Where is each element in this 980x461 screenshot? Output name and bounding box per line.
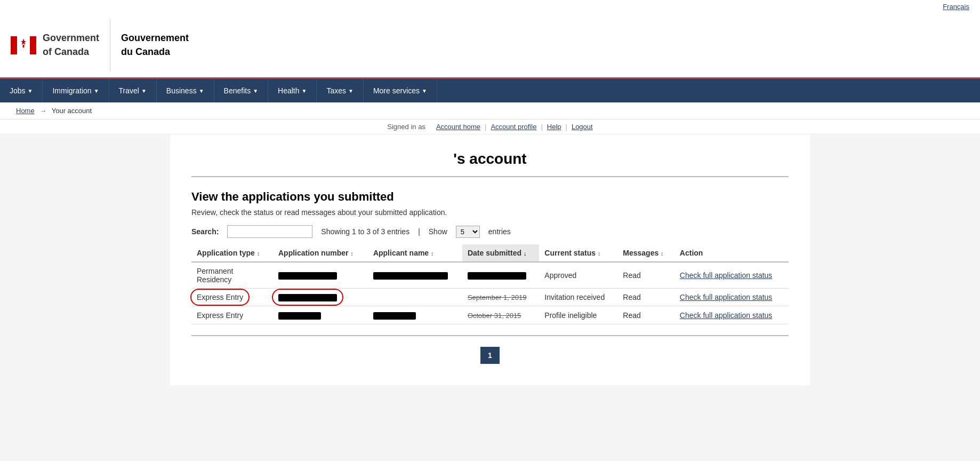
table-bottom-separator	[191, 335, 789, 336]
sort-app-type-icon: ↕	[257, 250, 260, 257]
col-action: Action	[674, 244, 789, 262]
cell-date-submitted	[462, 262, 539, 289]
redacted-date	[468, 272, 526, 280]
redacted-name-3	[373, 312, 416, 320]
account-bar: Signed in as Account home | Account prof…	[0, 120, 980, 134]
canada-flag	[11, 36, 36, 54]
account-profile-link[interactable]: Account profile	[491, 123, 536, 131]
account-links: Account home | Account profile | Help | …	[436, 123, 593, 131]
cell-status-3: Profile ineligible	[539, 306, 617, 324]
check-status-link-1[interactable]: Check full application status	[680, 271, 773, 280]
check-status-link-2[interactable]: Check full application status	[680, 293, 773, 301]
cell-messages-3: Read	[617, 306, 674, 324]
nav-item-health[interactable]: Health ▼	[268, 79, 317, 102]
show-entries-label: Show	[429, 227, 447, 236]
main-nav: Jobs ▼ Immigration ▼ Travel ▼ Business ▼…	[0, 79, 980, 102]
date-strikethrough-3: October 31, 2015	[468, 312, 521, 320]
show-entries-select[interactable]: 5 10 25 50	[456, 226, 480, 238]
gov-name-en: Government of Canada	[43, 23, 99, 67]
cell-date-submitted-3: October 31, 2015	[462, 306, 539, 324]
cell-app-number-highlighted	[273, 289, 368, 306]
col-messages[interactable]: Messages ↕	[617, 244, 674, 262]
cell-status: Approved	[539, 262, 617, 289]
svg-rect-0	[11, 36, 17, 54]
sort-app-number-icon: ↕	[350, 250, 354, 257]
cell-app-name-3	[368, 306, 462, 324]
redacted-number-highlighted	[278, 293, 337, 301]
cell-app-number-3	[273, 306, 368, 324]
sort-date-icon: ↓	[524, 250, 527, 257]
cell-messages-2: Read	[617, 289, 674, 306]
breadcrumb-current: Your account	[52, 107, 92, 115]
cell-messages: Read	[617, 262, 674, 289]
health-dropdown-icon: ▼	[302, 88, 307, 94]
nav-item-more-services[interactable]: More services ▼	[364, 79, 437, 102]
cell-action-2[interactable]: Check full application status	[674, 289, 789, 306]
svg-rect-4	[23, 45, 25, 47]
logout-link[interactable]: Logout	[572, 123, 593, 131]
col-app-name[interactable]: Applicant name ↕	[368, 244, 462, 262]
benefits-dropdown-icon: ▼	[253, 88, 258, 94]
col-app-number[interactable]: Application number ↕	[273, 244, 368, 262]
nav-item-business[interactable]: Business ▼	[157, 79, 214, 102]
breadcrumb-home-link[interactable]: Home	[16, 107, 35, 115]
help-link[interactable]: Help	[547, 123, 561, 131]
date-strikethrough-2: September 1, 2019	[468, 293, 527, 301]
cell-app-type-3: Express Entry	[191, 306, 273, 324]
nav-item-benefits[interactable]: Benefits ▼	[214, 79, 269, 102]
section-title: View the applications you submitted	[191, 190, 789, 204]
immigration-dropdown-icon: ▼	[94, 88, 99, 94]
express-entry-highlighted: Express Entry	[197, 293, 243, 301]
top-bar: Français	[0, 0, 980, 13]
col-current-status[interactable]: Current status ↕	[539, 244, 617, 262]
cell-status-2: Invitation received	[539, 289, 617, 306]
cell-app-number	[273, 262, 368, 289]
nav-item-taxes[interactable]: Taxes ▼	[317, 79, 363, 102]
more-services-dropdown-icon: ▼	[422, 88, 427, 94]
nav-item-jobs[interactable]: Jobs ▼	[0, 79, 43, 102]
nav-item-immigration[interactable]: Immigration ▼	[43, 79, 109, 102]
search-label: Search:	[191, 227, 219, 236]
table-row: PermanentResidency Approved Read Check f…	[191, 262, 789, 289]
section-description: Review, check the status or read message…	[191, 208, 789, 217]
redacted-name	[373, 272, 448, 280]
showing-text: Showing 1 to 3 of 3 entries	[321, 227, 409, 236]
pagination: 1	[191, 347, 789, 364]
table-controls: Search: Showing 1 to 3 of 3 entries | Sh…	[191, 225, 789, 238]
applications-table: Application type ↕ Application number ↕ …	[191, 244, 789, 324]
account-home-link[interactable]: Account home	[436, 123, 480, 131]
nav-item-travel[interactable]: Travel ▼	[109, 79, 157, 102]
cell-app-name-2	[368, 289, 462, 306]
redacted-number-2	[278, 294, 337, 301]
main-content: 's account View the applications you sub…	[170, 134, 810, 385]
cell-app-name	[368, 262, 462, 289]
entries-label: entries	[488, 227, 511, 236]
breadcrumb: Home → Your account	[0, 102, 980, 120]
sort-messages-icon: ↕	[661, 250, 664, 257]
jobs-dropdown-icon: ▼	[28, 88, 33, 94]
french-link[interactable]: Français	[943, 3, 969, 11]
cell-app-type-highlighted: Express Entry	[191, 289, 273, 306]
table-row: Express Entry October 31, 2015 Profile i…	[191, 306, 789, 324]
breadcrumb-separator: →	[39, 107, 46, 115]
col-date-submitted[interactable]: Date submitted ↓	[462, 244, 539, 262]
cell-action-3[interactable]: Check full application status	[674, 306, 789, 324]
redacted-number-3	[278, 312, 321, 320]
taxes-dropdown-icon: ▼	[348, 88, 354, 94]
site-header: Government of Canada Gouvernement du Can…	[0, 13, 980, 79]
gov-name-fr: Gouvernement du Canada	[110, 19, 189, 71]
cell-date-submitted-2: September 1, 2019	[462, 289, 539, 306]
table-row: Express Entry September 1, 2019 Invitati…	[191, 289, 789, 306]
col-app-type[interactable]: Application type ↕	[191, 244, 273, 262]
svg-rect-2	[30, 36, 36, 54]
travel-dropdown-icon: ▼	[141, 88, 147, 94]
show-label: |	[418, 227, 420, 236]
check-status-link-3[interactable]: Check full application status	[680, 311, 773, 320]
page-1-button[interactable]: 1	[480, 347, 500, 364]
cell-action[interactable]: Check full application status	[674, 262, 789, 289]
search-input[interactable]	[227, 225, 312, 238]
cell-app-type: PermanentResidency	[191, 262, 273, 289]
business-dropdown-icon: ▼	[199, 88, 204, 94]
page-title: 's account	[191, 150, 789, 177]
redacted-number	[278, 272, 337, 280]
